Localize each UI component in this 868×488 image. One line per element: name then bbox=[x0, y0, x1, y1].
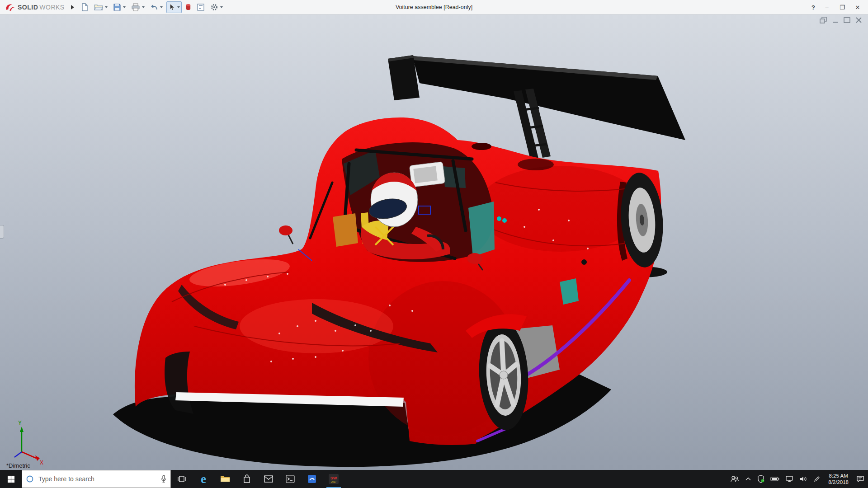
clock-date: 8/2/2018 bbox=[828, 479, 849, 485]
microphone-icon[interactable] bbox=[160, 475, 167, 483]
sw-tile-year: 2017 bbox=[331, 480, 336, 483]
close-icon bbox=[855, 17, 863, 23]
mail-button[interactable] bbox=[258, 470, 279, 488]
print-button[interactable] bbox=[129, 1, 146, 13]
edrawings-button[interactable] bbox=[301, 470, 323, 488]
mail-icon bbox=[264, 475, 273, 483]
pen-button[interactable] bbox=[813, 475, 821, 483]
console-button[interactable] bbox=[279, 470, 301, 488]
store-button[interactable] bbox=[236, 470, 258, 488]
new-document-icon bbox=[80, 3, 89, 11]
save-button[interactable] bbox=[111, 1, 127, 13]
mirror-box bbox=[409, 162, 445, 188]
restore-icon bbox=[820, 17, 827, 23]
appearance-icon bbox=[185, 3, 191, 11]
undo-button[interactable] bbox=[148, 1, 165, 13]
open-folder-icon bbox=[94, 3, 103, 11]
network-button[interactable] bbox=[785, 475, 793, 483]
system-tray: 8:25 AM 8/2/2018 bbox=[730, 473, 868, 485]
logo-text-works: WORKS bbox=[39, 4, 64, 11]
edrawings-icon bbox=[307, 474, 316, 483]
battery-button[interactable] bbox=[770, 476, 779, 482]
open-document-button[interactable] bbox=[92, 1, 109, 13]
printer-icon bbox=[131, 3, 140, 11]
taskbar-search[interactable] bbox=[22, 470, 171, 488]
folder-icon bbox=[220, 475, 230, 483]
file-explorer-button[interactable] bbox=[214, 470, 236, 488]
edge-button[interactable]: e bbox=[193, 470, 214, 488]
speaker-icon bbox=[799, 475, 807, 483]
action-center-icon bbox=[856, 475, 864, 483]
volume-button[interactable] bbox=[799, 475, 807, 483]
edge-icon: e bbox=[201, 473, 206, 485]
solidworks-logo-icon bbox=[5, 2, 16, 12]
maximize-button[interactable]: ❐ bbox=[835, 0, 850, 14]
view-orientation-label: *Dimetric bbox=[6, 462, 30, 469]
cortana-icon bbox=[26, 475, 34, 483]
options-button[interactable] bbox=[208, 1, 225, 13]
doc-close-button[interactable] bbox=[855, 17, 863, 23]
3d-model[interactable]: Y X bbox=[0, 14, 868, 470]
side-glass-right bbox=[468, 202, 495, 257]
menu-expand-arrow[interactable] bbox=[71, 5, 74, 9]
logo-text-solid: SOLID bbox=[18, 4, 38, 11]
axis-y-label: Y bbox=[18, 420, 22, 426]
shield-icon bbox=[757, 475, 764, 483]
cyan-marker bbox=[497, 216, 501, 221]
axis-x-label: X bbox=[40, 460, 43, 466]
window-controls: ? – ❐ ✕ bbox=[807, 0, 865, 14]
solidworks-app-icon: SW 2017 bbox=[329, 474, 339, 484]
minimize-button[interactable]: – bbox=[819, 0, 835, 14]
search-input[interactable] bbox=[38, 475, 157, 483]
battery-icon bbox=[770, 476, 779, 482]
taskbar-clock[interactable]: 8:25 AM 8/2/2018 bbox=[826, 473, 850, 485]
save-icon bbox=[113, 3, 121, 11]
dropdown-caret-icon bbox=[177, 6, 180, 8]
clock-time: 8:25 AM bbox=[828, 473, 849, 479]
close-button[interactable]: ✕ bbox=[850, 0, 865, 14]
action-center-button[interactable] bbox=[856, 475, 864, 483]
store-bag-icon bbox=[243, 474, 251, 483]
console-icon bbox=[286, 475, 295, 483]
select-cursor-icon bbox=[168, 3, 175, 11]
help-button[interactable]: ? bbox=[807, 0, 819, 14]
airbox-inlet bbox=[472, 143, 491, 150]
gear-icon bbox=[210, 3, 218, 11]
select-tool-button[interactable] bbox=[166, 1, 182, 13]
screen: SOLID WORKS bbox=[0, 0, 868, 488]
report-button[interactable] bbox=[195, 1, 207, 13]
document-window-controls bbox=[820, 17, 863, 23]
defender-button[interactable] bbox=[757, 475, 764, 483]
network-icon bbox=[785, 475, 793, 483]
windows-logo-icon bbox=[7, 475, 15, 483]
graphics-viewport[interactable]: Y X bbox=[0, 14, 868, 470]
appearance-button[interactable] bbox=[184, 1, 193, 13]
tray-expand-button[interactable] bbox=[745, 477, 751, 481]
doc-restore-button[interactable] bbox=[820, 17, 827, 23]
pen-icon bbox=[813, 475, 821, 483]
minimize-icon bbox=[831, 17, 839, 23]
orange-panel bbox=[333, 213, 358, 247]
dropdown-caret-icon bbox=[220, 6, 223, 8]
task-view-button[interactable] bbox=[171, 470, 193, 488]
feature-panel-tab[interactable] bbox=[0, 225, 4, 239]
task-view-icon bbox=[177, 474, 186, 483]
start-button[interactable] bbox=[0, 470, 22, 488]
dropdown-caret-icon bbox=[160, 6, 163, 8]
quick-access-toolbar bbox=[79, 1, 225, 13]
people-button[interactable] bbox=[730, 475, 739, 483]
chevron-up-icon bbox=[745, 477, 751, 481]
deck-shadow bbox=[518, 159, 554, 170]
undo-icon bbox=[150, 4, 158, 11]
maximize-icon bbox=[843, 17, 851, 23]
solidworks-app-button[interactable]: SW 2017 bbox=[323, 470, 344, 488]
dropdown-caret-icon bbox=[142, 6, 145, 8]
doc-maximize-button[interactable] bbox=[843, 17, 851, 23]
cyan-marker bbox=[502, 218, 507, 223]
dropdown-caret-icon bbox=[105, 6, 108, 8]
doc-minimize-button[interactable] bbox=[831, 17, 839, 23]
new-document-button[interactable] bbox=[79, 1, 90, 13]
dropdown-caret-icon bbox=[123, 6, 126, 8]
window-title: Voiture assemblee [Read-only] bbox=[396, 4, 472, 10]
taskbar: e bbox=[0, 470, 868, 488]
